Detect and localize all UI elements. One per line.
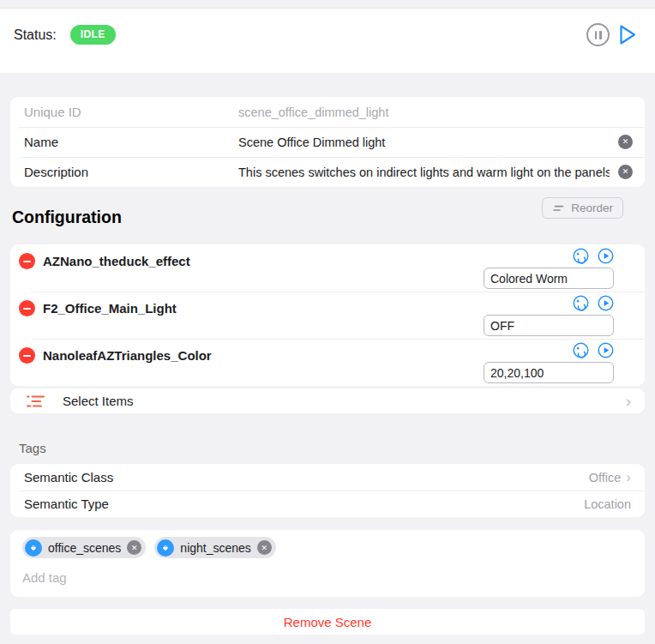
configuration-header: Reorder Configuration bbox=[0, 187, 655, 244]
play-circle-icon bbox=[598, 342, 614, 358]
chevron-right-icon bbox=[626, 470, 631, 485]
tag-chip-label: office_scenes bbox=[48, 541, 121, 555]
list-indent-icon bbox=[26, 394, 45, 409]
play-button[interactable] bbox=[617, 23, 638, 46]
tag-chip: office_scenes bbox=[22, 537, 146, 558]
config-item-name: NanoleafAZTriangles_Color bbox=[43, 348, 212, 363]
status-group: Status: IDLE bbox=[14, 25, 116, 45]
semantic-type-row: Semantic Type Location bbox=[10, 491, 645, 517]
pause-icon bbox=[586, 23, 610, 46]
undo-button[interactable] bbox=[573, 295, 589, 311]
name-label: Name bbox=[24, 135, 238, 149]
unique-id-row: Unique ID scene_office_dimmed_light bbox=[10, 97, 645, 127]
config-item-name: AZNano_theduck_effect bbox=[43, 254, 190, 268]
remove-item-icon[interactable] bbox=[19, 300, 35, 316]
undo-icon bbox=[573, 342, 589, 358]
config-row: F2_Office_Main_Light bbox=[10, 292, 645, 339]
reorder-button[interactable]: Reorder bbox=[542, 197, 623, 219]
select-items-label: Select Items bbox=[63, 394, 134, 408]
remove-scene-button[interactable]: Remove Scene bbox=[284, 615, 372, 629]
name-input[interactable] bbox=[238, 135, 610, 149]
semantic-card: Semantic Class Office Semantic Type Loca… bbox=[10, 464, 645, 517]
description-label: Description bbox=[24, 165, 238, 179]
undo-icon bbox=[573, 295, 589, 311]
remove-item-icon[interactable] bbox=[19, 347, 35, 364]
tag-icon bbox=[157, 539, 174, 557]
semantic-class-label: Semantic Class bbox=[24, 470, 113, 485]
configuration-heading: Configuration bbox=[12, 208, 122, 227]
config-item-value-input[interactable] bbox=[484, 315, 614, 336]
chevron-right-icon bbox=[626, 393, 631, 409]
status-actions bbox=[586, 23, 638, 46]
run-item-button[interactable] bbox=[598, 342, 614, 358]
tag-chip: night_scenes bbox=[154, 537, 276, 558]
status-badge: IDLE bbox=[70, 25, 116, 45]
play-icon bbox=[617, 23, 638, 46]
status-label: Status: bbox=[14, 27, 57, 43]
unique-id-value: scene_office_dimmed_light bbox=[238, 105, 633, 119]
config-item-value-input[interactable] bbox=[484, 362, 614, 383]
remove-item-icon[interactable] bbox=[19, 253, 35, 269]
name-clear-icon[interactable] bbox=[618, 135, 633, 149]
config-row: AZNano_theduck_effect bbox=[10, 244, 645, 292]
undo-button[interactable] bbox=[573, 248, 589, 264]
config-row: NanoleafAZTriangles_Color bbox=[10, 339, 645, 386]
tags-card: office_scenes night_scenes bbox=[10, 530, 645, 597]
semantic-type-value: Location bbox=[584, 497, 631, 511]
record-fields-card: Unique ID scene_office_dimmed_light Name… bbox=[10, 97, 645, 187]
description-clear-icon[interactable] bbox=[618, 165, 633, 179]
add-tag-input[interactable] bbox=[22, 570, 633, 585]
config-item-value-input[interactable] bbox=[484, 268, 614, 289]
configuration-card: AZNano_theduck_effect bbox=[10, 244, 645, 386]
name-row: Name bbox=[10, 127, 645, 157]
run-item-button[interactable] bbox=[598, 248, 614, 264]
tag-chips: office_scenes night_scenes bbox=[22, 537, 633, 558]
semantic-class-row[interactable]: Semantic Class Office bbox=[10, 464, 645, 491]
tag-icon bbox=[25, 539, 42, 557]
description-row: Description bbox=[10, 157, 645, 187]
run-item-button[interactable] bbox=[598, 295, 614, 311]
description-input[interactable] bbox=[238, 166, 610, 179]
reorder-label: Reorder bbox=[571, 202, 613, 214]
reorder-icon bbox=[552, 203, 565, 214]
pause-button[interactable] bbox=[586, 23, 610, 46]
semantic-type-label: Semantic Type bbox=[24, 497, 109, 511]
remove-tag-icon[interactable] bbox=[257, 540, 272, 555]
undo-button[interactable] bbox=[573, 342, 589, 358]
config-item-name: F2_Office_Main_Light bbox=[43, 301, 177, 316]
scene-detail-page: Status: IDLE Unique ID scene_office_dimm… bbox=[0, 8, 655, 635]
status-bar: Status: IDLE bbox=[0, 8, 655, 73]
tags-section-heading: Tags bbox=[19, 441, 655, 455]
select-items-row[interactable]: Select Items bbox=[10, 388, 645, 413]
play-circle-icon bbox=[598, 248, 614, 264]
remove-scene-row: Remove Scene bbox=[10, 609, 645, 635]
remove-tag-icon[interactable] bbox=[127, 540, 141, 555]
play-circle-icon bbox=[598, 295, 614, 311]
tag-chip-label: night_scenes bbox=[180, 541, 251, 555]
undo-icon bbox=[573, 248, 589, 264]
semantic-class-value: Office bbox=[589, 471, 622, 485]
unique-id-label: Unique ID bbox=[24, 105, 238, 119]
